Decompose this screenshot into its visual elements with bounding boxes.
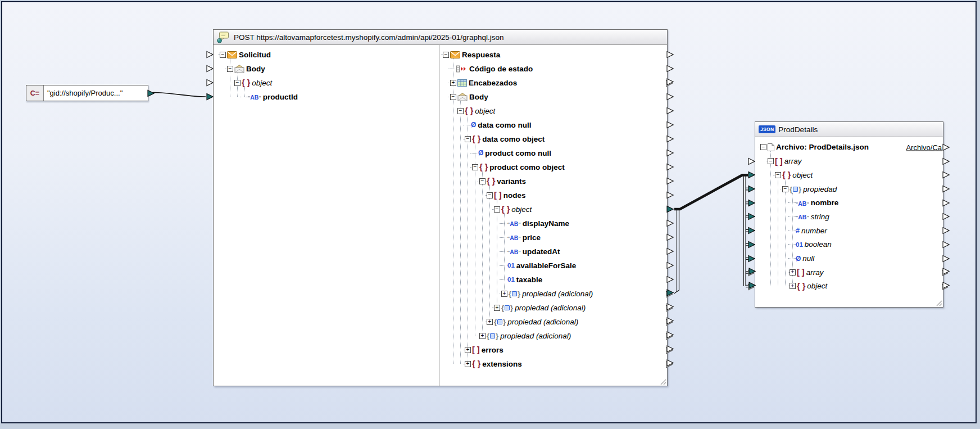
output-connector[interactable] — [666, 219, 674, 228]
json-output-header[interactable]: JSON ProdDetails — [755, 122, 943, 137]
copy-all-child-line[interactable] — [677, 210, 679, 292]
tree-node-c-digo-de-estado[interactable]: Código de estado — [439, 62, 666, 76]
output-connector[interactable] — [666, 288, 674, 299]
output-connector[interactable] — [666, 78, 674, 88]
archivo-cadena-button[interactable]: Archivo/Ca — [906, 143, 942, 151]
tree-node-boolean[interactable]: 01boolean — [755, 238, 942, 252]
input-connector[interactable] — [748, 157, 755, 166]
input-connector[interactable] — [748, 281, 756, 291]
output-connector[interactable] — [666, 331, 674, 341]
tree-node-body[interactable]: −Body — [439, 90, 666, 104]
output-connector[interactable] — [666, 345, 674, 355]
tree-node-object[interactable]: −{ }object — [439, 104, 666, 118]
tree-node-variants[interactable]: −{ }variants — [439, 174, 666, 188]
tree-node-solicitud[interactable]: −Solicitud — [214, 48, 438, 62]
output-connector[interactable] — [666, 205, 674, 214]
collapse-toggle[interactable]: − — [450, 94, 456, 100]
output-connector[interactable] — [942, 254, 950, 263]
collapse-toggle[interactable]: − — [494, 206, 500, 213]
tree-node-propiedad-adicional[interactable]: +{}propiedad (adicional) — [439, 287, 666, 301]
tree-node-array[interactable]: −[ ]array — [755, 154, 942, 168]
tree-node-body[interactable]: −Body — [214, 62, 438, 76]
tree-node-encabezados[interactable]: +Encabezados — [439, 76, 666, 90]
output-connector[interactable] — [666, 247, 674, 256]
constant-component[interactable]: C= "gid://shopify/Produc..." — [26, 85, 148, 101]
output-connector[interactable] — [666, 106, 674, 115]
tree-node-nodes[interactable]: −[ ]nodes — [439, 188, 666, 202]
output-connector[interactable] — [666, 50, 674, 59]
tree-node-taxable[interactable]: 01taxable — [439, 273, 666, 287]
collapse-toggle[interactable]: − — [487, 192, 493, 198]
tree-node-archivo-proddetails-json[interactable]: −Archivo: ProdDetails.jsonArchivo/Ca — [755, 141, 942, 155]
tree-node-extensions[interactable]: +{ }extensions — [439, 357, 666, 371]
output-connector[interactable] — [666, 191, 674, 200]
collapse-toggle[interactable]: − — [472, 164, 478, 170]
expand-toggle[interactable]: + — [790, 283, 796, 289]
input-connector[interactable] — [748, 198, 755, 207]
constant-connection[interactable] — [153, 93, 206, 97]
output-connector[interactable] — [666, 261, 674, 270]
constant-output-connector[interactable] — [147, 89, 155, 98]
input-connector[interactable] — [748, 226, 755, 235]
collapse-toggle[interactable]: − — [768, 158, 774, 164]
tree-node-propiedad[interactable]: −{}propiedad — [755, 182, 942, 196]
collapse-toggle[interactable]: − — [760, 144, 766, 150]
tree-node-number[interactable]: #number — [755, 224, 942, 238]
tree-node-propiedad-adicional[interactable]: +{}propiedad (adicional) — [439, 329, 666, 343]
output-connector[interactable] — [942, 281, 950, 291]
collapse-toggle[interactable]: − — [782, 186, 788, 192]
output-connector[interactable] — [666, 64, 674, 73]
output-connector[interactable] — [666, 92, 674, 101]
output-connector[interactable] — [666, 177, 674, 186]
collapse-toggle[interactable]: − — [479, 178, 486, 184]
webservice-header[interactable]: POST https://altovamapforcetest.myshopif… — [214, 30, 667, 45]
expand-toggle[interactable]: + — [479, 333, 486, 339]
expand-toggle[interactable]: + — [790, 269, 796, 276]
tree-node-updatedat[interactable]: "AB"updatedAt — [439, 245, 666, 259]
output-connector[interactable] — [942, 184, 950, 193]
tree-node-productid[interactable]: "AB"productId — [214, 90, 438, 104]
input-connector[interactable] — [206, 50, 214, 59]
collapse-toggle[interactable]: − — [443, 52, 449, 58]
input-connector[interactable] — [748, 184, 755, 193]
output-connector[interactable] — [666, 148, 674, 157]
input-connector[interactable] — [748, 254, 755, 263]
output-connector[interactable] — [666, 275, 674, 284]
collapse-toggle[interactable]: − — [775, 172, 781, 178]
output-connector[interactable] — [942, 143, 950, 152]
input-connector[interactable] — [748, 240, 755, 249]
input-connector[interactable] — [206, 78, 214, 87]
output-connector[interactable] — [942, 198, 950, 207]
expand-toggle[interactable]: + — [465, 361, 471, 367]
output-connector[interactable] — [666, 120, 674, 129]
output-connector[interactable] — [942, 226, 950, 235]
collapse-toggle[interactable]: − — [457, 108, 464, 114]
collapse-toggle[interactable]: − — [465, 136, 471, 142]
input-connector[interactable] — [748, 267, 756, 278]
output-connector[interactable] — [666, 317, 674, 327]
output-connector[interactable] — [666, 233, 674, 242]
expand-toggle[interactable]: + — [450, 80, 456, 86]
tree-node-object[interactable]: −{ }object — [755, 168, 942, 182]
collapse-toggle[interactable]: − — [227, 66, 233, 72]
tree-node-respuesta[interactable]: −Respuesta — [439, 48, 666, 62]
tree-node-errors[interactable]: +[ ]errors — [439, 343, 666, 357]
input-connector[interactable] — [748, 212, 755, 221]
output-connector[interactable] — [666, 162, 674, 171]
expand-toggle[interactable]: + — [494, 305, 500, 311]
output-connector[interactable] — [942, 240, 950, 249]
expand-toggle[interactable]: + — [501, 291, 507, 297]
tree-node-product-como-null[interactable]: Øproduct como null — [439, 146, 666, 160]
tree-node-object[interactable]: −{ }object — [214, 76, 438, 90]
input-connector[interactable] — [748, 170, 755, 179]
output-connector[interactable] — [666, 134, 674, 143]
tree-node-object[interactable]: −{ }object — [439, 202, 666, 216]
tree-node-nombre[interactable]: "AB"nombre — [755, 196, 942, 210]
tree-node-product-como-object[interactable]: −{ }product como object — [439, 160, 666, 174]
tree-node-data-como-object[interactable]: −{ }data como object — [439, 132, 666, 146]
output-connector[interactable] — [942, 267, 950, 278]
collapse-toggle[interactable]: − — [220, 52, 226, 58]
output-connector[interactable] — [942, 170, 950, 179]
tree-node-propiedad-adicional[interactable]: +{}propiedad (adicional) — [439, 301, 666, 315]
input-connector[interactable] — [206, 64, 214, 73]
